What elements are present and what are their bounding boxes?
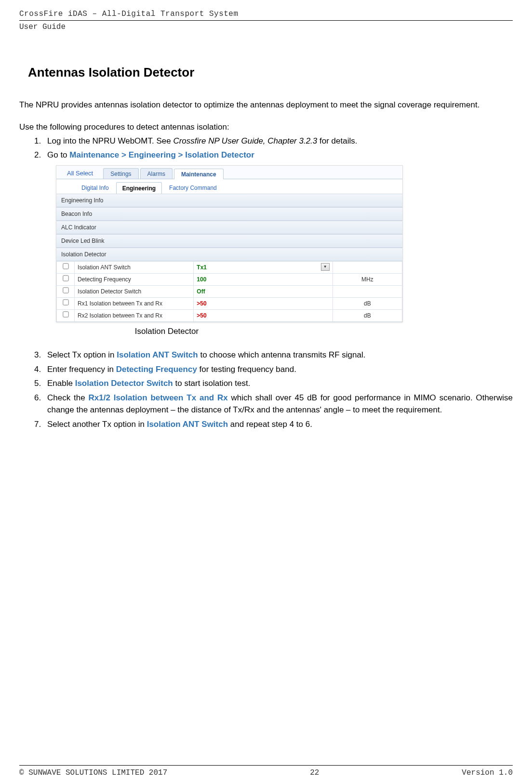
page-footer: © SUNWAVE SOLUTIONS LIMITED 2017 22 Vers… — [0, 765, 532, 777]
row4-checkbox[interactable] — [63, 299, 68, 305]
step3-text-b: Isolation ANT Switch — [117, 350, 198, 359]
step5-text-c: to start isolation test. — [173, 379, 251, 388]
row2-label: Detecting Frequency — [75, 273, 194, 285]
subtab-factory-command[interactable]: Factory Command — [163, 182, 223, 194]
table-row: Detecting Frequency 100 MHz — [57, 273, 402, 285]
page-header: CrossFire iDAS – All-Digital Transport S… — [0, 0, 532, 31]
table-row: Isolation ANT Switch Tx1▼ — [57, 261, 402, 273]
screenshot-caption: Isolation Detector — [56, 325, 278, 338]
row5-unit: dB — [332, 309, 402, 321]
panel-isolation-detector[interactable]: Isolation Detector — [56, 248, 402, 261]
panel-beacon-info[interactable]: Beacon Info — [56, 207, 402, 221]
row3-checkbox[interactable] — [63, 287, 68, 293]
tab-alarms[interactable]: Alarms — [140, 168, 173, 179]
row4-value: >50 — [194, 297, 332, 309]
procedure-intro: Use the following procedures to detect a… — [19, 122, 513, 132]
webomt-screenshot: All Select Settings Alarms Maintenance D… — [56, 165, 403, 322]
row-checkbox-cell — [57, 309, 75, 321]
row5-label: Rx2 Isolation between Tx and Rx — [75, 309, 194, 321]
step4-text-b: Detecting Frequency — [116, 365, 197, 374]
section-heading: Antennas Isolation Detector — [28, 65, 513, 80]
step7-text-b: Isolation ANT Switch — [147, 420, 228, 429]
row1-label: Isolation ANT Switch — [75, 261, 194, 273]
row-checkbox-cell — [57, 285, 75, 297]
row4-label: Rx1 Isolation between Tx and Rx — [75, 297, 194, 309]
row1-value-text: Tx1 — [197, 264, 207, 271]
row2-value[interactable]: 100 — [194, 273, 332, 285]
subtab-engineering[interactable]: Engineering — [116, 182, 162, 194]
step5-text-a: Enable — [47, 379, 75, 388]
panel-list: Engineering Info Beacon Info ALC Indicat… — [56, 194, 402, 322]
step7-text-a: Select another Tx option in — [47, 420, 147, 429]
dropdown-arrow-icon[interactable]: ▼ — [321, 263, 330, 271]
row4-unit: dB — [332, 297, 402, 309]
footer-divider — [19, 765, 513, 766]
row1-unit — [332, 261, 402, 273]
step5-text-b: Isolation Detector Switch — [75, 379, 173, 388]
row-checkbox-cell — [57, 297, 75, 309]
panel-engineering-info[interactable]: Engineering Info — [56, 194, 402, 207]
row3-value[interactable]: Off — [194, 285, 332, 297]
tab-settings[interactable]: Settings — [103, 168, 138, 179]
subtab-digital-info[interactable]: Digital Info — [76, 182, 115, 194]
sub-tabs-row: Digital Info Engineering Factory Command — [56, 179, 402, 194]
step-3: Select Tx option in Isolation ANT Switch… — [43, 349, 513, 361]
step-5: Enable Isolation Detector Switch to star… — [43, 377, 513, 390]
step7-text-c: and repeat step 4 to 6. — [228, 420, 312, 429]
doc-subtitle: User Guide — [19, 23, 513, 31]
row2-unit: MHz — [332, 273, 402, 285]
step6-text-b: Rx1/2 Isolation between Tx and Rx — [88, 393, 227, 402]
step1-text-a: Log into the NPRU WebOMT. See — [47, 136, 173, 146]
row5-value: >50 — [194, 309, 332, 321]
panel-device-led-blink[interactable]: Device Led Blink — [56, 234, 402, 248]
row2-checkbox[interactable] — [63, 275, 68, 281]
footer-row: © SUNWAVE SOLUTIONS LIMITED 2017 22 Vers… — [19, 768, 513, 777]
footer-copyright: © SUNWAVE SOLUTIONS LIMITED 2017 — [19, 768, 167, 777]
main-tabs-row: All Select Settings Alarms Maintenance — [56, 166, 402, 179]
procedure-list: Log into the NPRU WebOMT. See Crossfire … — [19, 135, 513, 431]
row1-checkbox[interactable] — [63, 263, 68, 269]
tab-maintenance[interactable]: Maintenance — [174, 169, 224, 179]
panel-alc-indicator[interactable]: ALC Indicator — [56, 221, 402, 234]
step-1: Log into the NPRU WebOMT. See Crossfire … — [43, 135, 513, 147]
step2-text-a: Go to — [47, 150, 69, 159]
isolation-table: Isolation ANT Switch Tx1▼ Detecting Freq… — [56, 261, 402, 322]
row3-label: Isolation Detector Switch — [75, 285, 194, 297]
step6-text-a: Check the — [47, 393, 88, 402]
table-row: Isolation Detector Switch Off — [57, 285, 402, 297]
step-4: Enter frequency in Detecting Frequency f… — [43, 363, 513, 376]
row-checkbox-cell — [57, 261, 75, 273]
row5-checkbox[interactable] — [63, 311, 68, 317]
step4-text-a: Enter frequency in — [47, 365, 116, 374]
row3-unit — [332, 285, 402, 297]
step2-text-b: Maintenance > Engineering > Isolation De… — [69, 150, 254, 159]
table-row: Rx2 Isolation between Tx and Rx >50 dB — [57, 309, 402, 321]
step4-text-c: for testing frequency band. — [197, 365, 296, 374]
page-content: Antennas Isolation Detector The NPRU pro… — [0, 31, 532, 430]
step-6: Check the Rx1/2 Isolation between Tx and… — [43, 392, 513, 416]
row1-value[interactable]: Tx1▼ — [194, 261, 332, 273]
header-divider — [19, 20, 513, 21]
step-2: Go to Maintenance > Engineering > Isolat… — [43, 149, 513, 337]
footer-version: Version 1.0 — [462, 768, 513, 777]
row-checkbox-cell — [57, 273, 75, 285]
step-7: Select another Tx option in Isolation AN… — [43, 418, 513, 431]
step1-text-c: for details. — [317, 136, 357, 146]
step3-text-c: to choose which antenna transmits RF sig… — [198, 350, 366, 359]
step1-text-b: Crossfire NP User Guide, Chapter 3.2.3 — [173, 136, 317, 146]
footer-page-number: 22 — [310, 768, 319, 777]
all-select-link[interactable]: All Select — [65, 168, 102, 179]
intro-paragraph: The NPRU provides antennas isolation det… — [19, 99, 513, 111]
table-row: Rx1 Isolation between Tx and Rx >50 dB — [57, 297, 402, 309]
doc-title: CrossFire iDAS – All-Digital Transport S… — [19, 10, 513, 18]
step3-text-a: Select Tx option in — [47, 350, 117, 359]
